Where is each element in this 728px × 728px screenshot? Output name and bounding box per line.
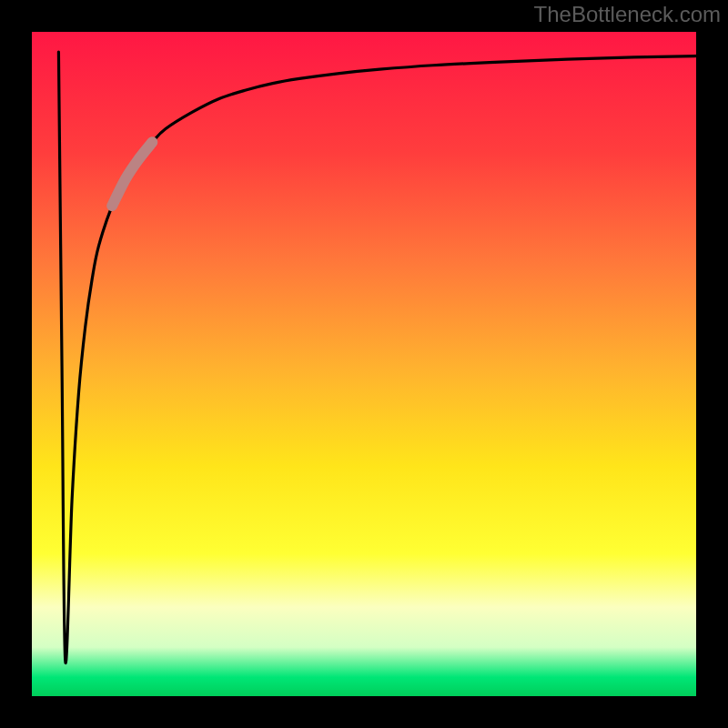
watermark-text: TheBottleneck.com — [534, 2, 721, 27]
bottleneck-chart — [0, 0, 728, 728]
chart-stage: TheBottleneck.com — [0, 0, 728, 728]
plot-background — [32, 32, 701, 701]
